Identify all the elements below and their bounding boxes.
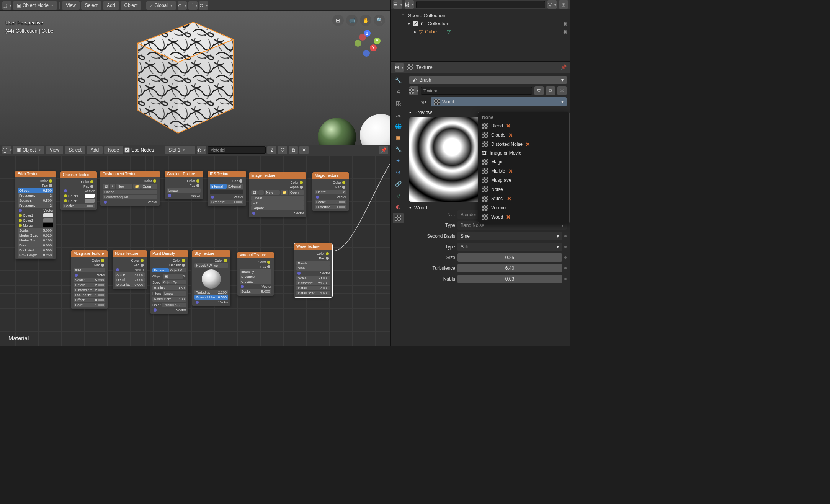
slot-select[interactable]: Slot 1 [165,146,195,154]
pin-icon[interactable]: 📌 [560,64,567,70]
use-nodes-checkbox[interactable]: ✓ [124,147,130,153]
proportional-edit[interactable]: ⊚ [199,1,208,10]
node-magic-texture[interactable]: Magic Texture Color Fac Depth:2 Vector S… [312,172,349,211]
node-ies-texture[interactable]: IES Texture Fac InternalExternal Vector … [208,171,246,206]
input-socket[interactable] [19,214,22,217]
material-browser[interactable]: ◐ [197,146,206,154]
tab-material[interactable]: ◐ [393,201,404,212]
node-image-texture[interactable]: Image Texture Color Alpha 🖼+New📁Open Lin… [249,172,306,217]
menu-view[interactable]: View [62,1,80,10]
basis-type-select[interactable]: Soft▾ [457,243,562,251]
chevron-down-icon[interactable]: ▾ [408,21,410,26]
zoom-icon[interactable]: 🔍 [374,15,385,26]
menu-none[interactable]: None [478,114,569,121]
node-environment-texture[interactable]: Environment Texture Color 🖼+New📁Open Lin… [100,171,160,206]
output-socket[interactable] [49,184,52,187]
menu-add[interactable]: Add [87,146,103,154]
visibility-icon[interactable]: ◉ [563,29,567,34]
chevron-right-icon[interactable]: ▸ [414,29,417,34]
outliner-mode[interactable]: ☰ [393,0,402,9]
menu-blend[interactable]: Blend✕ [478,121,569,130]
nabla-input[interactable]: 0.03 [457,275,562,283]
tab-modifier[interactable]: 🔧 [393,144,404,155]
shield-icon[interactable]: 🛡 [534,86,544,95]
outliner-search[interactable] [416,1,545,8]
node-mode[interactable]: ▣ Object [13,146,44,154]
input-socket[interactable] [19,224,22,227]
menu-clouds[interactable]: Clouds✕ [478,130,569,140]
editor-type-menu[interactable]: ◯ [2,146,11,154]
tab-particles[interactable]: ✦ [393,155,404,166]
camera-icon[interactable]: 📹 [346,15,358,26]
input-socket[interactable] [19,209,22,212]
node-point-density[interactable]: Point Density Color Density Particle…Obj… [150,250,188,314]
tab-data[interactable]: ▽ [393,190,404,201]
menu-stucci[interactable]: Stucci✕ [478,194,569,203]
tab-scene[interactable]: 🏞 [393,109,404,120]
menu-noise[interactable]: Noise [478,185,569,194]
snap-toggle[interactable]: ⌒ [188,1,198,10]
texture-name-input[interactable] [421,87,532,95]
tree-collection[interactable]: ▾ ✓ 🗀 Collection ◉ [394,20,567,28]
material-name-input[interactable] [208,146,266,154]
node-sky-texture[interactable]: Sky Texture Color Hosek / Wilkie Turbidi… [192,250,230,306]
node-brick-texture[interactable]: Brick Texture Color Fac Offset:0.500 Fre… [15,171,56,259]
menu-view[interactable]: View [46,146,64,154]
node-voronoi-texture[interactable]: Voronoi Texture Color Fac Intensity Dist… [237,252,274,296]
duplicate-icon[interactable]: ⧉ [289,146,298,154]
camera-view-icon[interactable]: ⊞ [332,15,344,26]
node-gradient-texture[interactable]: Gradient Texture Color Fac Linear Vector [165,171,203,199]
turbulence-input[interactable]: 6.40 [457,264,562,272]
filter-icon[interactable]: ▽ [547,0,557,9]
menu-node[interactable]: Node [104,146,123,154]
menu-magic[interactable]: Magic [478,157,569,166]
unlink-icon[interactable]: ✕ [557,86,567,95]
tab-render[interactable]: 🔧 [393,75,404,86]
tab-constraints[interactable]: 🔗 [393,178,404,189]
neg-z-axis[interactable] [363,50,370,57]
menu-select[interactable]: Select [81,1,101,10]
x-axis[interactable]: X [370,44,377,51]
brush-field[interactable]: 🖌 Brush ▾ [409,76,567,84]
menu-image[interactable]: 🖼Image or Movie [478,149,569,157]
tab-object[interactable]: ▣ [393,132,404,143]
orientation-select[interactable]: ⟀ Global [146,1,176,10]
size-input[interactable]: 0.25 [457,253,562,262]
pivot-point[interactable]: ⊙ [178,1,187,10]
texture-browser[interactable] [409,86,418,95]
input-socket[interactable] [19,219,22,222]
tab-texture[interactable] [393,213,404,223]
menu-select[interactable]: Select [65,146,85,154]
pin-icon[interactable]: 📌 [379,146,388,154]
editor-type[interactable]: ⊞ [395,63,404,72]
menu-object[interactable]: Object [121,1,142,10]
unlink-icon[interactable]: ✕ [299,146,309,154]
cube-object[interactable] [123,15,241,137]
display-mode[interactable]: 🖼 [405,0,414,9]
node-editor-canvas[interactable]: Brick Texture Color Fac Offset:0.500 Fre… [0,155,390,346]
menu-distorted-noise[interactable]: Distorted Noise✕ [478,140,569,149]
node-noise-texture[interactable]: Noise Texture Color Fac Vector Scale:5.0… [113,250,147,289]
node-musgrave-texture[interactable]: Musgrave Texture Color Fac fBM Vector Sc… [71,250,108,309]
tab-output[interactable]: 🖨 [393,86,404,97]
new-collection-icon[interactable]: ⊞ [559,0,568,9]
axis-gizmo[interactable]: Z Y X [354,30,381,57]
menu-marble[interactable]: Marble✕ [478,166,569,176]
tab-world[interactable]: 🌐 [393,121,404,132]
pan-icon[interactable]: ✋ [360,15,371,26]
neg-y-axis[interactable] [355,40,361,47]
tab-viewlayer[interactable]: 🖼 [393,98,404,109]
node-wave-texture[interactable]: Wave Texture Color Fac Bands Sine Vector… [294,243,332,297]
duplicate-icon[interactable]: ⧉ [546,86,555,95]
tree-scene-collection[interactable]: 🗀 Scene Collection [394,11,567,20]
type-select[interactable]: Wood ▾ [431,97,567,106]
shield-icon[interactable]: 🛡 [278,146,287,154]
node-checker-texture[interactable]: Checker Texture Color Fac Vector Color1 … [60,171,97,210]
collection-checkbox[interactable]: ✓ [413,21,418,26]
output-socket[interactable] [49,179,52,183]
editor-type-menu[interactable]: ⬚ [2,1,11,10]
sky-preview-sphere[interactable] [202,269,221,289]
mode-select[interactable]: ▣ Object Mode [13,1,57,10]
y-axis[interactable]: Y [374,38,381,44]
viewport-3d[interactable]: User Perspective (44) Collection | Cube … [0,11,390,145]
